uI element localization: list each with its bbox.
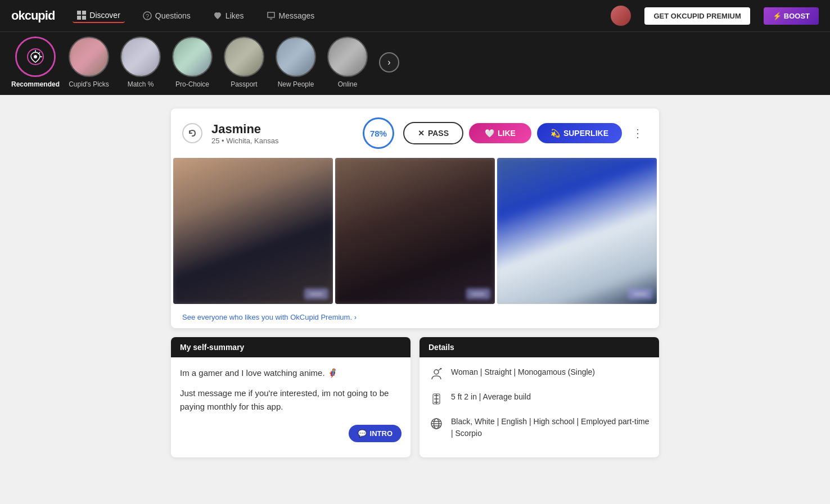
questions-icon: ?	[143, 11, 152, 20]
category-pro-choice-thumb	[172, 37, 213, 77]
boost-icon: ⚡	[773, 12, 782, 20]
user-avatar[interactable]	[611, 6, 631, 26]
category-online-thumb	[327, 37, 368, 77]
intro-button[interactable]: 💬 INTRO	[349, 425, 402, 442]
category-new-people[interactable]: New People	[273, 37, 318, 88]
photo-1[interactable]: ••••••	[173, 158, 333, 304]
photo-3[interactable]: ••••••	[497, 158, 657, 304]
svg-point-7	[34, 55, 37, 58]
category-recommended-thumb	[15, 37, 56, 77]
detail-orientation: Woman | Straight | Monogamous (Single)	[428, 366, 650, 382]
self-summary-header: My self-summary	[171, 337, 411, 357]
globe-icon	[428, 416, 444, 432]
details-card: Details Woman | Straight | Monogamous (S…	[419, 337, 659, 457]
details-header: Details	[419, 337, 659, 357]
profile-location: 25 • Wichita, Kansas	[211, 137, 354, 145]
grid-icon	[77, 11, 86, 20]
nav-messages[interactable]: Messages	[262, 9, 319, 22]
heart-icon	[213, 11, 222, 20]
category-match[interactable]: Match %	[118, 37, 163, 88]
brand-logo[interactable]: okcupid	[11, 8, 55, 23]
self-summary-text: Im a gamer and I love watching anime. 🦸 …	[180, 366, 402, 414]
premium-button[interactable]: GET OKCUPID PREMIUM	[644, 7, 750, 25]
details-body: Woman | Straight | Monogamous (Single) 5…	[419, 357, 659, 457]
profile-header: Jasmine 25 • Wichita, Kansas 78% ✕ PASS …	[171, 108, 659, 158]
undo-icon	[187, 128, 197, 138]
category-passport-label: Passport	[231, 80, 257, 88]
profile-name-info: Jasmine 25 • Wichita, Kansas	[211, 122, 354, 145]
category-pro-choice[interactable]: Pro-Choice	[170, 37, 215, 88]
like-button[interactable]: 🤍 LIKE	[469, 123, 531, 143]
match-percent-circle: 78%	[363, 117, 394, 149]
detail-background: Black, White | English | High school | E…	[428, 416, 650, 439]
nav-questions[interactable]: ? Questions	[138, 9, 195, 22]
message-icon	[267, 11, 276, 20]
categories-next-button[interactable]: ›	[379, 52, 399, 72]
category-new-people-label: New People	[278, 80, 314, 88]
nav-likes[interactable]: Likes	[209, 9, 249, 22]
undo-button[interactable]	[182, 123, 202, 143]
detail-height: 5 ft 2 in | Average build	[428, 391, 650, 407]
nav-discover[interactable]: Discover	[73, 8, 124, 23]
category-passport[interactable]: Passport	[222, 37, 267, 88]
self-summary-body: Im a gamer and I love watching anime. 🦸 …	[171, 357, 411, 429]
category-online-label: Online	[338, 80, 358, 88]
category-cupids-label: Cupid's Picks	[69, 80, 109, 88]
detail-height-text: 5 ft 2 in | Average build	[451, 391, 531, 403]
more-options-button[interactable]: ⋮	[628, 124, 648, 142]
svg-point-11	[434, 370, 439, 374]
svg-rect-2	[77, 16, 81, 20]
svg-line-9	[38, 52, 40, 54]
category-cupids-picks[interactable]: Cupid's Picks	[66, 37, 111, 88]
chat-icon: 💬	[358, 429, 367, 438]
profile-card: Jasmine 25 • Wichita, Kansas 78% ✕ PASS …	[171, 108, 659, 328]
svg-rect-1	[82, 11, 86, 15]
category-bar: Recommended Cupid's Picks Match % Pro-Ch…	[0, 31, 830, 95]
photo-grid: •••••• •••••• ••••••	[171, 158, 659, 306]
superlike-button[interactable]: 💫 SUPERLIKE	[537, 123, 622, 143]
category-recommended-label: Recommended	[11, 80, 60, 88]
superlike-icon: 💫	[551, 129, 560, 138]
svg-rect-3	[82, 16, 86, 20]
premium-link[interactable]: See everyone who likes you with OkCupid …	[171, 306, 659, 328]
category-passport-thumb	[224, 37, 264, 77]
photo-2-overlay: ••••••	[466, 288, 490, 299]
like-heart-icon: 🤍	[485, 129, 494, 138]
svg-text:?: ?	[146, 13, 149, 20]
svg-rect-0	[77, 11, 81, 15]
detail-orientation-text: Woman | Straight | Monogamous (Single)	[451, 366, 595, 378]
profile-name: Jasmine	[211, 122, 354, 137]
action-buttons: ✕ PASS 🤍 LIKE 💫 SUPERLIKE ⋮	[403, 122, 648, 144]
boost-button[interactable]: ⚡ BOOST	[764, 7, 819, 25]
pass-button[interactable]: ✕ PASS	[403, 122, 463, 144]
x-icon: ✕	[418, 129, 425, 138]
category-online[interactable]: Online	[325, 37, 370, 88]
photo-1-overlay: ••••••	[304, 288, 328, 299]
category-match-thumb	[120, 37, 161, 77]
main-content: Jasmine 25 • Wichita, Kansas 78% ✕ PASS …	[162, 108, 668, 457]
category-recommended[interactable]: Recommended	[11, 37, 60, 88]
detail-background-text: Black, White | English | High school | E…	[451, 416, 650, 439]
photo-2[interactable]: ••••••	[335, 158, 495, 304]
person-icon	[428, 366, 444, 382]
recommended-icon	[25, 47, 46, 67]
height-icon	[428, 391, 444, 407]
photo-3-overlay: ••••••	[628, 288, 652, 299]
category-pro-choice-label: Pro-Choice	[175, 80, 209, 88]
category-cupids-thumb	[69, 37, 109, 77]
sections-row: My self-summary Im a gamer and I love wa…	[171, 337, 659, 457]
category-match-label: Match %	[128, 80, 154, 88]
category-new-people-thumb	[276, 37, 316, 77]
top-navigation: okcupid Discover ? Questions Likes Messa…	[0, 0, 830, 31]
self-summary-card: My self-summary Im a gamer and I love wa…	[171, 337, 411, 457]
